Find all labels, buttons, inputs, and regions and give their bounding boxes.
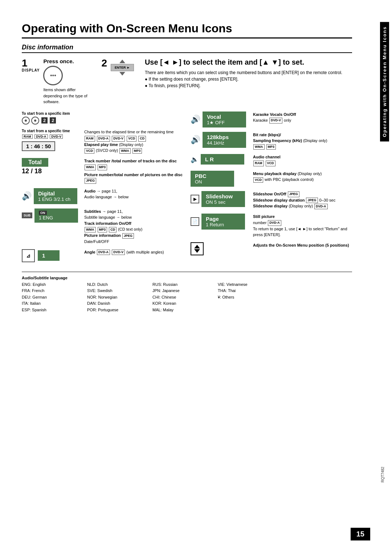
kbps-green: 128kbps 44.1kHz (203, 132, 246, 148)
page-title-d: Page (206, 216, 241, 222)
digital-display-block: 🔊 Digital 1 ENG 3/2.1 ch (22, 188, 80, 204)
lr-speaker-icon: 🔈 (191, 155, 199, 163)
specific-item-display: To start from a specific item 2 2 (22, 112, 80, 125)
lang-vie: VIE: Vietnamese (218, 281, 269, 288)
up-arrow-icon (194, 245, 200, 248)
subtitle-desc: Subtitles → page 11, Subtitle language →… (84, 208, 183, 245)
lang-col-4: VIE: Vietnamese THA: Thai ¥: Others (218, 281, 269, 313)
lang-eng: ENG: English (22, 281, 73, 288)
lang-tha: THA: Thai (218, 288, 269, 294)
slideshow-display-block: ▶ Slideshow ON 5 sec (191, 191, 249, 207)
menu-playback-label: Menu playback display (253, 171, 297, 176)
lang-esp: ESP: Spanish (22, 307, 73, 313)
row-kbps: 🔊 128kbps 44.1kHz Bit rate (kbps)/ Sampl… (191, 132, 352, 150)
tag-dvd-v: DVD-V (50, 134, 63, 139)
adjust-label: Adjusts the On-Screen Menu position (5 p… (253, 243, 349, 247)
right-column: 🔊 Vocal 1★ OFF Karaoke Vocals On/Off Kar… (191, 112, 352, 267)
page-green: Page 1 Return (201, 214, 245, 230)
lang-jpn: JPN: Japanese (152, 288, 203, 294)
step1-label: DISPLAY (22, 68, 40, 72)
row-lr: 🔈 L R Audio channel RAM VCD (191, 154, 352, 166)
subtitles-label: Subtitles (84, 209, 101, 214)
slideshow-display-label: Slideshow display (253, 204, 287, 208)
time-display-block: To start from a specific time RAM DVD-A … (22, 129, 80, 153)
slideshow-duration-label: Slideshow display duration (253, 198, 305, 202)
vocal-desc: Karaoke Vocals On/Off Karaoke DVD-V only (253, 112, 352, 123)
pbc-display-block: PBC ON (191, 171, 249, 187)
slideshow-display: ▶ Slideshow ON 5 sec (191, 191, 249, 207)
disc-icon-1 (22, 117, 30, 125)
slideshow-icon-sym: ▶ (193, 197, 197, 202)
pbc-desc: Menu playback display (Display only) VCD… (253, 171, 352, 183)
lang-mal: MAL: Malay (152, 307, 203, 313)
page-return: 1 Return (206, 222, 241, 227)
pbc-title: PBC (195, 173, 230, 179)
language-section: Audio/Subtitle language ENG: English FRA… (22, 276, 352, 313)
specific-item-label: To start from a specific item (22, 112, 80, 116)
vocal-sub: 1★ OFF (207, 120, 242, 125)
adjust-icon (191, 242, 204, 255)
use-desc1: There are items which you can select usi… (145, 70, 342, 75)
vocal-display: 🔊 Vocal 1★ OFF (191, 112, 249, 127)
page-return-desc: To return to page 1, use [◄ ►] to select… (253, 227, 347, 237)
page-icon: 📄 (191, 217, 199, 226)
time-changes-desc: Changes to the elapsed time or the remai… (84, 129, 183, 135)
step2-number: 2 (101, 58, 107, 68)
left-column: To start from a specific item 2 2 (22, 112, 183, 267)
track-numbers: 12 / 18 (22, 167, 80, 175)
digital-green: Digital 1 ENG 3/2.1 ch (34, 188, 77, 204)
vocal-title: Vocal (207, 114, 242, 120)
page-title: Operating with On-Screen Menu Icons (22, 22, 352, 39)
row-page: 📄 Page 1 Return Still picture number DVD… (191, 214, 352, 238)
down-arrow-icon (194, 249, 200, 253)
digital-sub: 1 ENG 3/2.1 ch (38, 197, 73, 202)
section-title: Disc information (22, 44, 352, 53)
time-tags: RAM DVD-A DVD-V (22, 134, 80, 139)
lang-col-1: ENG: English FRA: French DEU: German ITA… (22, 281, 73, 313)
lr-desc: Audio channel RAM VCD (253, 154, 352, 166)
angle-display-block: ⊿ 1 (22, 249, 80, 262)
vocal-display-block: 🔊 Vocal 1★ OFF (191, 112, 249, 127)
row-digital: 🔊 Digital 1 ENG 3/2.1 ch Audio → page 11… (22, 188, 183, 204)
subtitle-on-row: ON (39, 211, 74, 215)
row-total: Total 12 / 18 Track number /total number… (22, 158, 183, 184)
use-bullet2: ● To finish, press [RETURN]. (145, 83, 201, 88)
row-adjust: Adjusts the On-Screen Menu position (5 p… (191, 242, 352, 255)
vocal-speaker-icon: 🔊 (191, 115, 200, 124)
page-icon-sym: 📄 (192, 219, 197, 224)
lang-nor: NOR: Norwegian (87, 294, 138, 301)
lang-kor: KOR: Korean (152, 300, 203, 307)
kbps-speaker-icon: 🔊 (191, 135, 200, 145)
kbps-display: 🔊 128kbps 44.1kHz (191, 132, 249, 148)
page-display-block: 📄 Page 1 Return (191, 214, 249, 230)
lr-green: L R (201, 154, 244, 165)
still-picture-label: Still picture (253, 214, 275, 219)
pbc-on: ON (195, 179, 230, 185)
use-bullet1: ● If the setting does not change, press … (145, 77, 238, 82)
karaoke-label: Karaoke Vocals On/Off (253, 112, 296, 117)
lang-deu: DEU: German (22, 294, 73, 301)
row-pbc: PBC ON Menu playback display (Display on… (191, 171, 352, 187)
lang-dan: DAN: Danish (87, 300, 138, 307)
lang-others: ¥: Others (218, 294, 269, 301)
track-num-2: 2 (50, 117, 56, 123)
lang-sve: SVE: Swedish (87, 288, 138, 294)
lang-col-2: NLD: Dutch SVE: Swedish NOR: Norwegian D… (87, 281, 138, 313)
audio-label: Audio (84, 189, 95, 193)
specific-time-label: To start from a specific time (22, 129, 80, 133)
page-desc: Still picture number DVD-A To return to … (253, 214, 352, 238)
digital-title: Digital (38, 190, 73, 197)
angle-green: 1 (38, 250, 60, 261)
kbps-display-block: 🔊 128kbps 44.1kHz (191, 132, 249, 148)
time-value: 1 : 46 : 50 (22, 141, 55, 151)
adjust-desc: Adjusts the On-Screen Menu position (5 p… (253, 242, 352, 248)
page-number: 15 (351, 528, 370, 540)
main-content: To start from a specific item 2 2 (22, 112, 352, 267)
subtitle-eng: 1 ENG (39, 215, 74, 220)
track-num-1: 2 (41, 117, 48, 123)
vcd-tags: VCD (SVCD only) WMA MP3 (84, 147, 183, 154)
side-label: Operating with On-Screen Menu Icons (380, 22, 389, 141)
disc-icons-row: 2 2 (22, 117, 80, 125)
time-tags2: RAM DVD-A DVD-V VCD CD (84, 135, 183, 142)
angle-icon: ⊿ (22, 249, 35, 262)
